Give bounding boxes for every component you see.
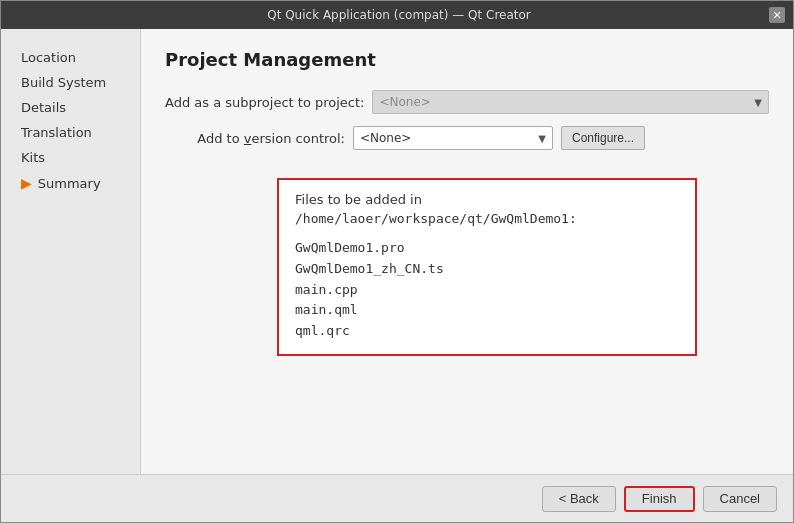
file-item-1: GwQmlDemo1.pro [295,238,679,259]
back-button[interactable]: < Back [542,486,616,512]
cancel-button[interactable]: Cancel [703,486,777,512]
main-panel: Project Management Add as a subproject t… [141,29,793,474]
file-item-5: qml.qrc [295,321,679,342]
content-area: Location Build System Details Translatio… [1,29,793,474]
subproject-label: Add as a subproject to project: [165,95,364,110]
sidebar-item-location[interactable]: Location [1,45,140,70]
finish-button[interactable]: Finish [624,486,695,512]
sidebar-item-location-label: Location [21,50,76,65]
sidebar-item-translation[interactable]: Translation [1,120,140,145]
file-item-3: main.cpp [295,280,679,301]
file-item-2: GwQmlDemo1_zh_CN.ts [295,259,679,280]
subproject-row: Add as a subproject to project: <None> ▼ [165,90,769,114]
configure-button[interactable]: Configure... [561,126,645,150]
sidebar-item-summary[interactable]: ▶ Summary [1,170,140,196]
subproject-combo-arrow-icon: ▼ [754,97,762,108]
files-box: Files to be added in /home/laoer/workspa… [277,178,697,356]
window-title: Qt Quick Application (compat) — Qt Creat… [29,8,769,22]
main-window: Qt Quick Application (compat) — Qt Creat… [0,0,794,523]
files-box-header: Files to be added in [295,192,679,207]
bottom-bar: < Back Finish Cancel [1,474,793,522]
sidebar-item-kits-label: Kits [21,150,45,165]
sidebar-item-build-system[interactable]: Build System [1,70,140,95]
files-list: GwQmlDemo1.pro GwQmlDemo1_zh_CN.ts main.… [295,238,679,342]
titlebar: Qt Quick Application (compat) — Qt Creat… [1,1,793,29]
version-control-row: Add to version control: <None> ▼ Configu… [165,126,769,150]
version-control-label: Add to version control: [165,131,345,146]
files-path: /home/laoer/workspace/qt/GwQmlDemo1: [295,211,679,226]
sidebar: Location Build System Details Translatio… [1,29,141,474]
close-button[interactable]: ✕ [769,7,785,23]
sidebar-item-translation-label: Translation [21,125,92,140]
sidebar-item-kits[interactable]: Kits [1,145,140,170]
sidebar-arrow-icon: ▶ [21,175,32,191]
subproject-combo-value: <None> [379,95,430,109]
file-item-4: main.qml [295,300,679,321]
subproject-combo[interactable]: <None> ▼ [372,90,769,114]
page-title: Project Management [165,49,769,70]
sidebar-item-details[interactable]: Details [1,95,140,120]
version-control-combo-arrow-icon: ▼ [538,133,546,144]
sidebar-item-summary-label: Summary [38,176,101,191]
version-control-combo-value: <None> [360,131,411,145]
version-control-combo[interactable]: <None> ▼ [353,126,553,150]
sidebar-item-details-label: Details [21,100,66,115]
sidebar-item-build-system-label: Build System [21,75,106,90]
